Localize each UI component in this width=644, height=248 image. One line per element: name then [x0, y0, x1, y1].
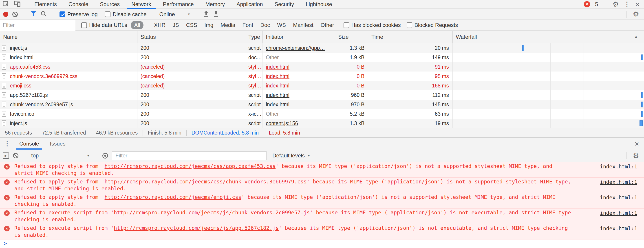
table-row[interactable]: favicon.ico 200 x-ic… Other 5.2 kB 63 ms — [0, 109, 644, 119]
request-initiator[interactable]: index.html — [266, 102, 290, 107]
divider — [153, 11, 153, 18]
filter-chip-doc[interactable]: Doc — [258, 21, 273, 29]
clear-network-log-icon[interactable] — [12, 12, 18, 17]
search-icon[interactable] — [40, 10, 47, 18]
preserve-log-checkbox[interactable]: Preserve log — [60, 11, 98, 17]
message-source-link[interactable]: index.html:1 — [600, 210, 637, 217]
resource-url-link[interactable]: http://rcmspro.raycloud.com/jeecms/emoji… — [105, 194, 242, 200]
network-filter-input[interactable] — [0, 20, 76, 31]
console-filter-input[interactable] — [112, 151, 266, 160]
table-row[interactable]: app.5267c182.js 200 script index.html 96… — [0, 90, 644, 100]
filter-chip-manifest[interactable]: Manifest — [290, 21, 316, 29]
create-live-expression-icon[interactable] — [102, 153, 108, 159]
column-header-initiator[interactable]: Initiator — [262, 31, 335, 43]
request-initiator[interactable]: content.js:156 — [266, 120, 298, 126]
console-sidebar-toggle-icon[interactable]: ▶ — [3, 153, 9, 159]
request-size: 0 B — [356, 73, 364, 79]
message-source-link[interactable]: index.html:1 — [600, 163, 637, 170]
inspect-element-icon[interactable] — [3, 0, 10, 8]
message-text: Refused to apply style from ' — [14, 194, 105, 200]
request-initiator[interactable]: Other — [266, 54, 279, 60]
error-badge-icon[interactable]: × — [584, 1, 590, 7]
resource-url-link[interactable]: http://rcmspro.raycloud.com/jeecms/css/c… — [105, 179, 307, 185]
column-header-name[interactable]: Name — [0, 31, 137, 43]
table-row[interactable]: emoji.css (canceled) styl… index.html 0 … — [0, 81, 644, 90]
console-settings-gear-icon[interactable]: ⚙ — [633, 152, 639, 159]
log-levels-dropdown[interactable]: Default levels ▼ — [272, 153, 310, 159]
tab-performance[interactable]: Performance — [157, 0, 200, 8]
device-toolbar-icon[interactable] — [14, 0, 21, 8]
table-row[interactable]: inject.js 200 script content.js:156 1.3 … — [0, 119, 644, 128]
javascript-context-dropdown[interactable]: top ▼ — [31, 153, 90, 159]
drawer-tab-console[interactable]: Console — [14, 138, 44, 150]
record-network-log-icon[interactable] — [3, 12, 8, 17]
console-prompt[interactable]: > — [0, 240, 644, 247]
settings-gear-icon[interactable]: ⚙ — [612, 1, 619, 8]
throttling-dropdown[interactable]: Online ▼ — [159, 11, 190, 17]
close-drawer-icon[interactable]: × — [634, 140, 639, 148]
disable-cache-checkbox[interactable]: Disable cache — [105, 11, 147, 17]
drawer-tab-issues[interactable]: Issues — [44, 138, 71, 150]
checkbox-unchecked-icon[interactable] — [344, 22, 349, 28]
network-settings-gear-icon[interactable]: ⚙ — [633, 11, 639, 18]
checkbox-unchecked-icon[interactable] — [81, 22, 87, 28]
table-row[interactable]: index.html 200 doc… Other 1.9 kB 149 ms — [0, 53, 644, 62]
message-source-link[interactable]: index.html:1 — [600, 194, 637, 201]
request-initiator[interactable]: index.html — [266, 73, 290, 79]
tab-sources[interactable]: Sources — [94, 0, 126, 8]
column-header-time[interactable]: Time — [368, 31, 452, 43]
table-row[interactable]: chunk-vendors.2c099e57.js 200 script ind… — [0, 100, 644, 109]
request-initiator[interactable]: Other — [266, 111, 279, 117]
error-count[interactable]: 5 — [595, 1, 598, 7]
filter-chip-font[interactable]: Font — [240, 21, 256, 29]
request-initiator[interactable]: chrome-extension://gpp… — [266, 45, 325, 51]
column-header-size[interactable]: Size — [335, 31, 368, 43]
request-initiator[interactable]: index.html — [266, 64, 290, 70]
more-options-icon[interactable]: ⋮ — [624, 1, 630, 7]
filter-funnel-icon[interactable] — [30, 11, 36, 18]
tab-console[interactable]: Console — [63, 0, 94, 8]
file-icon — [2, 73, 6, 79]
table-row[interactable]: inject.js 200 script chrome-extension://… — [0, 43, 644, 53]
table-row[interactable]: chunk-vendors.3e669979.css (canceled) st… — [0, 71, 644, 81]
column-header-waterfall[interactable]: Waterfall — [452, 31, 644, 43]
close-devtools-icon[interactable]: × — [635, 0, 640, 8]
resource-url-link[interactable]: http://rcmspro.raycloud.com/jeecms/css/a… — [105, 163, 276, 169]
request-initiator[interactable]: index.html — [266, 83, 290, 89]
resource-url-link[interactable]: http://rcmspro.raycloud.com/jeecms/js/ch… — [114, 210, 310, 216]
export-har-icon[interactable] — [213, 10, 219, 18]
table-row[interactable]: app.caafe453.css (canceled) styl… index.… — [0, 62, 644, 71]
request-size: 1.3 kB — [350, 45, 364, 51]
tab-security[interactable]: Security — [269, 0, 300, 8]
message-source-link[interactable]: index.html:1 — [600, 179, 637, 186]
filter-chip-img[interactable]: Img — [202, 21, 216, 29]
filter-chip-css[interactable]: CSS — [184, 21, 200, 29]
column-header-status[interactable]: Status — [137, 31, 245, 43]
tab-elements[interactable]: Elements — [28, 0, 63, 8]
import-har-icon[interactable] — [203, 10, 209, 18]
request-initiator[interactable]: index.html — [266, 92, 290, 98]
filter-chip-js[interactable]: JS — [170, 21, 182, 29]
file-icon — [2, 111, 6, 117]
has-blocked-cookies-checkbox[interactable]: Has blocked cookies — [344, 22, 401, 28]
filter-chip-all[interactable]: All — [131, 21, 144, 29]
tab-lighthouse[interactable]: Lighthouse — [300, 0, 338, 8]
sort-ascending-icon[interactable]: ▲ — [634, 34, 638, 39]
tab-application[interactable]: Application — [230, 0, 268, 8]
tab-network[interactable]: Network — [126, 0, 157, 8]
filter-chip-xhr[interactable]: XHR — [151, 21, 168, 29]
clear-console-icon[interactable] — [13, 153, 18, 158]
checkbox-checked-icon[interactable] — [60, 11, 65, 17]
checkbox-unchecked-icon[interactable] — [407, 22, 412, 28]
blocked-requests-checkbox[interactable]: Blocked Requests — [407, 22, 458, 28]
tab-memory[interactable]: Memory — [200, 0, 231, 8]
resource-url-link[interactable]: http://rcmspro.raycloud.com/jeecms/js/ap… — [114, 225, 279, 231]
message-source-link[interactable]: index.html:1 — [600, 225, 637, 232]
filter-chip-ws[interactable]: WS — [274, 21, 288, 29]
filter-chip-media[interactable]: Media — [218, 21, 238, 29]
checkbox-unchecked-icon[interactable] — [105, 11, 110, 17]
filter-chip-other[interactable]: Other — [318, 21, 337, 29]
hide-data-urls-checkbox[interactable]: Hide data URLs — [81, 22, 127, 28]
drawer-more-options-icon[interactable]: ⋮ — [4, 141, 10, 147]
column-header-type[interactable]: Type — [245, 31, 262, 43]
